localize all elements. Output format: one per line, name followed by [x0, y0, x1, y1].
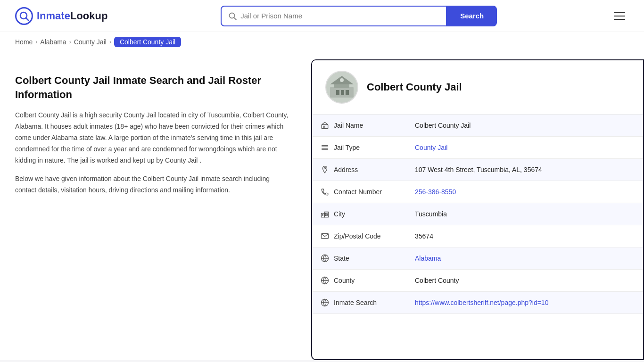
table-row: CountyColbert County [312, 270, 643, 292]
jail-header: Colbert County Jail [312, 60, 643, 115]
main-content: Colbert County Jail Inmate Search and Ja… [0, 55, 644, 360]
menu-button[interactable] [610, 10, 629, 22]
svg-rect-24 [327, 215, 328, 216]
table-row: Jail NameColbert County Jail [312, 115, 643, 137]
search-icon [228, 12, 237, 20]
jail-info-panel: Colbert County Jail Jail NameColbert Cou… [311, 59, 644, 360]
breadcrumb-category[interactable]: County Jail [74, 38, 107, 46]
jail-title: Colbert County Jail [367, 81, 462, 93]
field-label-state: State [312, 247, 406, 270]
field-value-inmate_search[interactable]: https://www.colbertsheriff.net/page.php?… [406, 292, 643, 314]
table-row: Zip/Postal Code35674 [312, 225, 643, 247]
jail-building-icon [328, 73, 356, 101]
page-heading: Colbert County Jail Inmate Search and Ja… [15, 74, 292, 101]
search-button[interactable]: Search [447, 6, 497, 26]
svg-rect-7 [336, 90, 339, 95]
menu-line-3 [614, 19, 625, 20]
table-row: CityTuscumbia [312, 203, 643, 225]
description-paragraph-2: Below we have given information about th… [15, 173, 292, 196]
field-value-state[interactable]: Alabama [406, 247, 643, 270]
breadcrumb-home[interactable]: Home [15, 38, 33, 46]
logo-area: InmateLookup [15, 7, 107, 25]
svg-point-10 [340, 78, 344, 82]
chevron-icon-2: › [69, 39, 71, 45]
chevron-icon-3: › [109, 39, 111, 45]
table-row: Inmate Searchhttps://www.colbertsheriff.… [312, 292, 643, 314]
left-column: Colbert County Jail Inmate Search and Ja… [0, 55, 311, 360]
svg-rect-22 [327, 213, 328, 214]
field-value-county: Colbert County [406, 270, 643, 292]
jail-info-table: Jail NameColbert County JailJail TypeCou… [312, 115, 643, 314]
field-value-jail_name: Colbert County Jail [406, 115, 643, 137]
table-row: Contact Number256-386-8550 [312, 181, 643, 203]
logo-icon [15, 7, 33, 25]
field-label-city: City [312, 203, 406, 225]
jail-avatar [325, 71, 358, 104]
field-label-inmate_search: Inmate Search [312, 292, 406, 314]
svg-line-1 [26, 18, 29, 21]
description-paragraph-1: Colbert County Jail is a high security C… [15, 110, 292, 166]
field-label-jail_name: Jail Name [312, 115, 406, 137]
svg-rect-9 [346, 90, 349, 95]
menu-line-2 [614, 16, 625, 16]
field-value-city: Tuscumbia [406, 203, 643, 225]
field-value-jail_type[interactable]: County Jail [406, 137, 643, 159]
table-row: StateAlabama [312, 247, 643, 270]
svg-rect-23 [326, 215, 327, 216]
table-row: Address107 West 4th Street, Tuscumbia, A… [312, 159, 643, 181]
svg-point-17 [324, 167, 325, 169]
svg-line-3 [234, 17, 237, 20]
link-jail_type[interactable]: County Jail [415, 144, 447, 151]
field-value-zip: 35674 [406, 225, 643, 247]
field-label-jail_type: Jail Type [312, 137, 406, 159]
svg-rect-8 [341, 90, 344, 95]
chevron-icon-1: › [35, 39, 37, 45]
search-input[interactable] [240, 12, 439, 20]
search-area: Search [221, 6, 497, 26]
link-inmate_search[interactable]: https://www.colbertsheriff.net/page.php?… [415, 299, 548, 306]
link-state[interactable]: Alabama [415, 255, 441, 262]
breadcrumb-state[interactable]: Alabama [40, 38, 66, 46]
link-contact_number[interactable]: 256-386-8550 [415, 188, 456, 196]
table-row: Jail TypeCounty Jail [312, 137, 643, 159]
logo-text: InmateLookup [37, 10, 107, 22]
svg-rect-20 [322, 214, 323, 215]
breadcrumb: Home › Alabama › County Jail › Colbert C… [0, 32, 644, 55]
field-value-contact_number[interactable]: 256-386-8550 [406, 181, 643, 203]
field-label-contact_number: Contact Number [312, 181, 406, 203]
svg-rect-12 [324, 126, 325, 129]
field-label-address: Address [312, 159, 406, 181]
svg-rect-21 [326, 213, 327, 214]
header: InmateLookup Search [0, 0, 644, 32]
menu-line-1 [614, 12, 625, 13]
field-label-zip: Zip/Postal Code [312, 225, 406, 247]
search-box [221, 6, 447, 26]
field-label-county: County [312, 270, 406, 292]
field-value-address: 107 West 4th Street, Tuscumbia, AL, 3567… [406, 159, 643, 181]
breadcrumb-current: Colbert County Jail [114, 37, 181, 47]
svg-point-2 [230, 13, 235, 18]
footer-bar [0, 360, 644, 362]
